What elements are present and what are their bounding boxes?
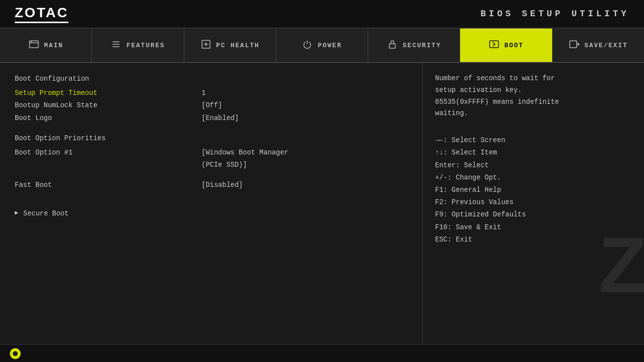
- boot-option-priorities-header: Boot Option Priorities: [15, 132, 408, 145]
- security-icon: [387, 39, 398, 52]
- secure-boot-item[interactable]: ▶ Secure Boot: [15, 208, 408, 220]
- key-help-f2: F2: Previous Values: [435, 196, 632, 209]
- zotac-logo: ZOTAC: [15, 5, 68, 23]
- tab-pc-health-label: PC HEALTH: [216, 42, 260, 49]
- boot-option-1-item[interactable]: Boot Option #1 [Windows Boot Manager(PCI…: [15, 147, 408, 171]
- boot-logo-value: [Enabled]: [202, 112, 239, 124]
- svg-rect-11: [570, 41, 577, 48]
- key-help-select-item: ↑↓: Select Item: [435, 147, 632, 159]
- boot-logo-label: Boot Logo: [15, 112, 202, 124]
- setup-prompt-timeout-item[interactable]: Setup Prompt Timeout 1: [15, 87, 408, 99]
- setup-prompt-timeout-label: Setup Prompt Timeout: [15, 87, 202, 99]
- fast-boot-value: [Disabled]: [202, 179, 243, 191]
- tab-features[interactable]: FEATURES: [92, 29, 184, 62]
- right-panel: Number of seconds to wait forsetup activ…: [423, 63, 644, 344]
- content-area: Boot Configuration Setup Prompt Timeout …: [0, 63, 644, 344]
- main-icon: [29, 39, 39, 52]
- secure-boot-label: Secure Boot: [23, 208, 68, 220]
- svg-rect-9: [389, 44, 395, 48]
- left-panel: Boot Configuration Setup Prompt Timeout …: [0, 63, 423, 344]
- bootup-numlock-item[interactable]: Bootup NumLock State [Off]: [15, 99, 408, 112]
- key-help-f9: F9: Optimized Defaults: [435, 209, 632, 221]
- footer-indicator: [10, 348, 21, 359]
- nav-tabs: MAIN FEATURES PC HEALTH PO: [0, 29, 644, 63]
- pc-health-icon: [201, 39, 211, 52]
- key-help-select-screen: →←: Select Screen: [435, 134, 632, 147]
- key-help: →←: Select Screen ↑↓: Select Item Enter:…: [435, 134, 632, 246]
- tab-security-label: SECURITY: [403, 42, 441, 49]
- fast-boot-item[interactable]: Fast Boot [Disabled]: [15, 179, 408, 191]
- help-text: Number of seconds to wait forsetup activ…: [435, 73, 632, 120]
- help-text-content: Number of seconds to wait forsetup activ…: [435, 74, 559, 117]
- svg-rect-0: [29, 41, 38, 48]
- tab-security[interactable]: SECURITY: [368, 29, 460, 62]
- power-icon: [302, 39, 313, 52]
- fast-boot-label: Fast Boot: [15, 179, 202, 191]
- svg-rect-10: [490, 41, 498, 48]
- tab-save-exit[interactable]: SAVE/EXIT: [553, 29, 644, 62]
- tab-pc-health[interactable]: PC HEALTH: [184, 29, 276, 62]
- save-exit-icon: [569, 39, 580, 52]
- bios-title: BIOS SETUP UTILITY: [481, 9, 629, 19]
- footer-indicator-inner: [13, 351, 18, 356]
- key-help-f1: F1: General Help: [435, 184, 632, 196]
- features-icon: [111, 39, 121, 52]
- boot-option-1-label: Boot Option #1: [15, 147, 202, 159]
- key-help-f10: F10: Save & Exit: [435, 221, 632, 234]
- tab-boot-label: BOOT: [504, 42, 524, 49]
- tab-power-label: POWER: [318, 42, 342, 49]
- key-help-change-opt: +/-: Change Opt.: [435, 172, 632, 184]
- setup-prompt-timeout-value: 1: [202, 87, 205, 99]
- bootup-numlock-label: Bootup NumLock State: [15, 99, 202, 112]
- footer: [0, 344, 644, 362]
- key-help-esc: ESC: Exit: [435, 234, 632, 246]
- secure-boot-arrow: ▶: [15, 208, 18, 219]
- boot-logo-item[interactable]: Boot Logo [Enabled]: [15, 112, 408, 124]
- tab-main[interactable]: MAIN: [0, 29, 92, 62]
- boot-config-header: Boot Configuration: [15, 73, 408, 85]
- bootup-numlock-value: [Off]: [202, 99, 222, 112]
- tab-features-label: FEATURES: [126, 42, 165, 49]
- tab-save-exit-label: SAVE/EXIT: [585, 42, 628, 49]
- header: ZOTAC BIOS SETUP UTILITY: [0, 0, 644, 29]
- tab-power[interactable]: POWER: [276, 29, 368, 62]
- tab-main-label: MAIN: [44, 42, 63, 49]
- boot-option-1-value: [Windows Boot Manager(PCIe SSD)]: [202, 147, 288, 171]
- key-help-enter: Enter: Select: [435, 159, 632, 172]
- tab-boot[interactable]: BOOT: [460, 29, 552, 62]
- boot-icon: [489, 39, 499, 52]
